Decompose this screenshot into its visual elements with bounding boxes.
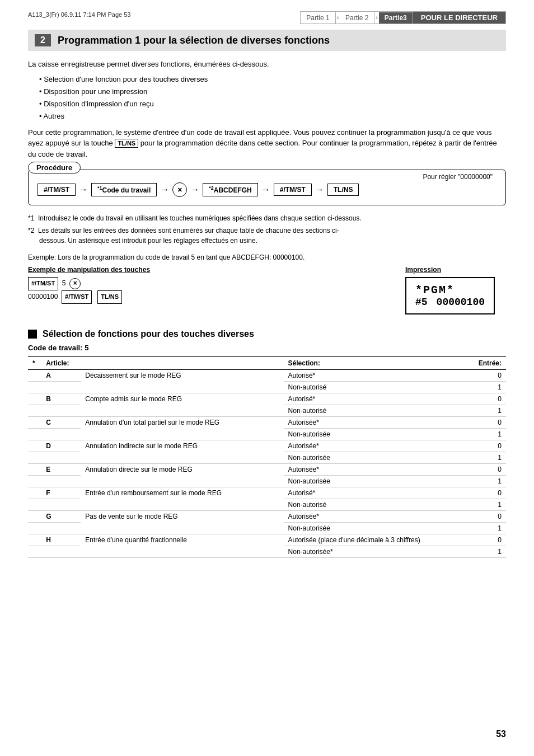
breadcrumb: Partie 1 › Partie 2 › Partie3 POUR LE DI…: [300, 11, 506, 24]
td-desc-d: Annulation indirecte sur le mode REG: [81, 440, 283, 464]
subsection-title: Sélection de fonctions pour des touches …: [43, 329, 254, 339]
td-desc-f: Entrée d'un remboursement sur le mode RE…: [81, 487, 283, 511]
table-row: C Annulation d'un total partiel sur le m…: [28, 417, 506, 429]
td-sel-g2: Non-autorisée: [284, 523, 467, 534]
td-ent-d2: 1: [467, 452, 506, 464]
flow-box-hmtst2: #/TM/ST: [274, 184, 312, 196]
td-sel-c2: Non-autorisée: [284, 429, 467, 440]
example-columns: Exemple de manipulation des touches #/TM…: [28, 266, 506, 314]
td-ent-g1: 0: [467, 511, 506, 523]
breadcrumb-partie3: Partie3: [379, 12, 413, 24]
td-letter-h: H: [41, 534, 81, 546]
section-title: Programmation 1 pour la sélection de div…: [58, 35, 330, 46]
td-ent-e1: 0: [467, 464, 506, 476]
td-sel-c1: Autorisée*: [284, 417, 467, 429]
key-circle-x: ×: [69, 278, 81, 289]
flow-circle-x: ×: [172, 182, 187, 197]
th-selection: Sélection:: [284, 357, 467, 370]
td-star-a: [28, 370, 41, 382]
breadcrumb-partie1: Partie 1: [301, 12, 335, 24]
print-pgm-line: *PGM*: [415, 284, 485, 297]
td-sel-f1: Autorisé*: [284, 487, 467, 499]
example-keys-col: Exemple de manipulation des touches #/TM…: [28, 266, 383, 304]
th-desc: [81, 357, 283, 370]
td-sel-h2: Non-autorisée*: [284, 546, 467, 558]
td-ent-h2: 1: [467, 546, 506, 558]
subsection-heading: Sélection de fonctions pour des touches …: [28, 329, 506, 339]
print-value: 00000100: [437, 297, 485, 308]
bullet-4: Autres: [39, 110, 506, 123]
table-row: A Décaissement sur le mode REG Autorisé*…: [28, 370, 506, 382]
intro-bullets: Sélection d'une fonction pour des touche…: [39, 73, 506, 123]
table-row: B Compte admis sur le mode REG Autorisé*…: [28, 393, 506, 405]
th-star: *: [28, 357, 41, 370]
td-sel-b2: Non-autorisé: [284, 405, 467, 417]
td-ent-c1: 0: [467, 417, 506, 429]
procedure-label: Procédure: [28, 162, 81, 173]
td-ent-f2: 1: [467, 499, 506, 511]
key-tlns: TL/NS: [97, 290, 122, 304]
td-ent-a1: 0: [467, 370, 506, 382]
td-ent-h1: 0: [467, 534, 506, 546]
print-box: *PGM* #5 00000100: [405, 277, 495, 314]
td-letter-g: G: [41, 511, 81, 523]
flow-box-tlns: TL/NS: [327, 184, 359, 196]
example-keys-header: Exemple de manipulation des touches: [28, 266, 383, 274]
td-ent-a2: 1: [467, 382, 506, 393]
td-sel-a2: Non-autorisé: [284, 382, 467, 393]
table-row: D Annulation indirecte sur le mode REG A…: [28, 440, 506, 452]
td-ent-b1: 0: [467, 393, 506, 405]
td-desc-b: Compte admis sur le mode REG: [81, 393, 283, 417]
procedure-flow: Pour régler "00000000" #/TM/ST → *1Code …: [28, 170, 506, 205]
breadcrumb-arrow2: ›: [374, 13, 378, 22]
flow-arrow-1: →: [79, 185, 88, 195]
flow-box-hmtst1: #/TM/ST: [38, 184, 76, 196]
td-ent-b2: 1: [467, 405, 506, 417]
section-number: 2: [35, 34, 51, 46]
td-ent-g2: 1: [467, 523, 506, 534]
procedure-area: Procédure Pour régler "00000000" #/TM/ST…: [28, 170, 506, 205]
flow-arrow-3: →: [190, 185, 199, 195]
td-letter-b: B: [41, 393, 81, 405]
td-desc-g: Pas de vente sur le mode REG: [81, 511, 283, 534]
flow-box-code-travail: *1Code du travail: [91, 183, 157, 196]
td-ent-e2: 1: [467, 476, 506, 487]
td-sel-g1: Autorisée*: [284, 511, 467, 523]
flow-arrow-5: →: [315, 185, 324, 195]
td-desc-h: Entrée d'une quantité fractionnelle: [81, 534, 283, 558]
intro-paragraph2: Pour cette programmation, le système d'e…: [28, 127, 506, 160]
page-header: A113_3(Fr) 06.9.11 7:14 PM Page 53 Parti…: [28, 11, 506, 24]
example-print-col: Impression *PGM* #5 00000100: [405, 266, 506, 314]
key-sequence: #/TM/ST 5 × 00000100 #/TM/ST TL/NS: [28, 277, 383, 304]
td-ent-f1: 0: [467, 487, 506, 499]
key-hmtst2: #/TM/ST: [62, 290, 92, 304]
td-desc-e: Annulation directe sur le mode REG: [81, 464, 283, 487]
td-desc-a: Décaissement sur le mode REG: [81, 370, 283, 393]
breadcrumb-arrow1: ›: [336, 13, 340, 22]
intro-paragraph1: La caisse enregistreuse permet diverses …: [28, 59, 506, 70]
table-row: G Pas de vente sur le mode REG Autorisée…: [28, 511, 506, 523]
td-sel-e2: Non-autorisée: [284, 476, 467, 487]
td-letter-f: F: [41, 487, 81, 499]
example-print-header: Impression: [405, 266, 506, 274]
table-row: H Entrée d'une quantité fractionnelle Au…: [28, 534, 506, 546]
header-file-info: A113_3(Fr) 06.9.11 7:14 PM Page 53: [28, 11, 130, 18]
example-section: Exemple: Lors de la programmation du cod…: [28, 253, 506, 314]
td-sel-b1: Autorisé*: [284, 393, 467, 405]
td-letter-a: A: [41, 370, 81, 382]
flow-arrow-2: →: [160, 185, 169, 195]
bullet-3: Disposition d'impression d'un reçu: [39, 98, 506, 110]
breadcrumb-section-title: POUR LE DIRECTEUR: [413, 12, 505, 24]
section-heading: 2 Programmation 1 pour la sélection de d…: [28, 30, 506, 51]
td-sel-a1: Autorisé*: [284, 370, 467, 382]
flow-arrow-4: →: [261, 185, 270, 195]
notes-section: *1 Introduisez le code du travail en uti…: [28, 213, 506, 246]
table-header-row: * Article: Sélection: Entrée:: [28, 357, 506, 370]
flow-box-abcdefgh: *2ABCDEFGH: [203, 183, 258, 196]
td-ent-c2: 1: [467, 429, 506, 440]
td-sel-d2: Non-autorisée: [284, 452, 467, 464]
example-label: Exemple: Lors de la programmation du cod…: [28, 253, 506, 261]
subsection-square-icon: [28, 330, 37, 339]
note-1: *1 Introduisez le code du travail en uti…: [28, 213, 506, 223]
breadcrumb-partie2: Partie 2: [340, 12, 374, 24]
